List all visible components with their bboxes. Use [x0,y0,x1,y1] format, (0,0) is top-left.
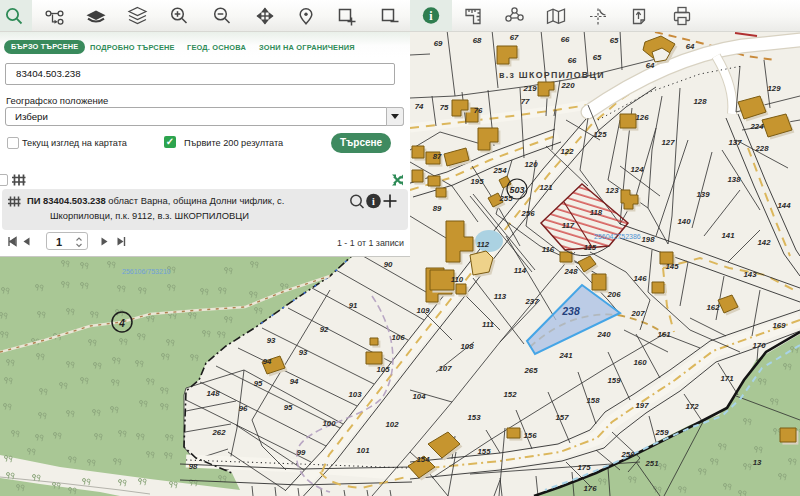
svg-text:64: 64 [646,61,655,70]
svg-text:161: 161 [657,330,670,339]
svg-text:125: 125 [593,130,607,139]
svg-text:96: 96 [239,404,248,413]
svg-text:141: 141 [721,231,734,240]
svg-text:64: 64 [686,42,695,51]
svg-text:77: 77 [521,97,530,106]
svg-text:115: 115 [584,243,597,252]
svg-text:240: 240 [596,330,611,339]
svg-text:113: 113 [494,292,507,301]
svg-text:256042752386: 256042752386 [594,233,641,240]
svg-text:95: 95 [254,379,263,388]
svg-text:92: 92 [320,325,329,334]
svg-text:158: 158 [586,396,600,405]
svg-text:76: 76 [474,106,483,115]
svg-text:124: 124 [630,165,644,174]
svg-text:238: 238 [561,305,580,317]
svg-text:220: 220 [560,81,575,90]
svg-text:111: 111 [482,320,494,329]
svg-text:69: 69 [434,39,443,48]
svg-text:94: 94 [263,357,272,366]
svg-text:114: 114 [514,266,527,275]
svg-text:128: 128 [693,97,707,106]
svg-text:107: 107 [438,364,452,373]
svg-text:248: 248 [563,267,578,276]
svg-text:175: 175 [577,463,591,472]
svg-text:206: 206 [606,290,621,299]
svg-text:144: 144 [777,201,791,210]
svg-text:265: 265 [523,366,538,375]
svg-text:143: 143 [743,270,757,279]
svg-text:228: 228 [754,144,769,153]
svg-text:160: 160 [633,358,647,367]
svg-text:237: 237 [524,297,539,306]
svg-text:93: 93 [267,336,276,345]
svg-text:98: 98 [189,462,198,471]
svg-text:67: 67 [510,33,519,42]
svg-text:138: 138 [727,175,741,184]
svg-text:116: 116 [542,245,555,254]
svg-text:99: 99 [297,448,306,457]
svg-text:120: 120 [524,160,538,169]
svg-text:170: 170 [752,341,766,350]
svg-text:66: 66 [568,56,577,65]
svg-text:219: 219 [522,84,537,93]
svg-text:153: 153 [467,413,481,422]
svg-text:195: 195 [470,177,484,186]
svg-text:123: 123 [605,186,619,195]
svg-text:251: 251 [644,459,658,468]
svg-text:241: 241 [558,351,572,360]
svg-text:198: 198 [641,235,655,244]
svg-text:250: 250 [620,450,635,459]
svg-text:в.з ШКОРПИЛОВЦИ: в.з ШКОРПИЛОВЦИ [499,70,605,80]
svg-text:156: 156 [523,431,537,440]
svg-text:129: 129 [767,84,781,93]
svg-text:95: 95 [284,403,293,412]
svg-text:117: 117 [562,221,575,230]
svg-text:74: 74 [415,102,424,111]
svg-text:65: 65 [593,53,602,62]
svg-text:154: 154 [416,455,430,464]
svg-text:140: 140 [677,217,691,226]
svg-text:146: 146 [633,274,647,283]
svg-text:197: 197 [635,401,649,410]
svg-text:259: 259 [654,428,669,437]
svg-text:207: 207 [630,309,645,318]
svg-text:118: 118 [590,208,603,217]
svg-text:65: 65 [610,36,619,45]
svg-text:101: 101 [356,446,369,455]
svg-text:102: 102 [385,420,399,429]
svg-text:75: 75 [440,103,449,112]
svg-text:89: 89 [433,204,442,213]
svg-text:109: 109 [416,306,430,315]
svg-text:256: 256 [520,209,535,218]
svg-text:91: 91 [349,301,358,310]
svg-text:256106/753210: 256106/753210 [122,268,171,275]
svg-text:224: 224 [749,122,764,131]
svg-text:100: 100 [322,419,336,428]
svg-text:155: 155 [477,447,491,456]
svg-text:162: 162 [706,303,720,312]
svg-text:157: 157 [555,413,569,422]
svg-text:503: 503 [509,185,524,195]
svg-text:93: 93 [299,348,308,357]
svg-text:145: 145 [665,262,679,271]
svg-text:108: 108 [460,342,474,351]
svg-text:103: 103 [348,390,362,399]
svg-text:105: 105 [376,365,390,374]
svg-text:159: 159 [607,376,621,385]
svg-text:152: 152 [503,390,517,399]
svg-text:139: 139 [696,190,710,199]
svg-text:68: 68 [473,36,482,45]
svg-text:112: 112 [477,240,490,249]
svg-text:254: 254 [492,166,507,175]
svg-text:94: 94 [290,377,299,386]
svg-text:104: 104 [412,392,426,401]
svg-text:90: 90 [384,260,393,269]
svg-text:110: 110 [451,275,464,284]
svg-text:137: 137 [728,138,742,147]
svg-text:66: 66 [561,35,570,44]
svg-text:4: 4 [118,318,125,329]
svg-text:172: 172 [685,402,699,411]
svg-text:169: 169 [772,321,786,330]
svg-text:255: 255 [498,194,513,203]
